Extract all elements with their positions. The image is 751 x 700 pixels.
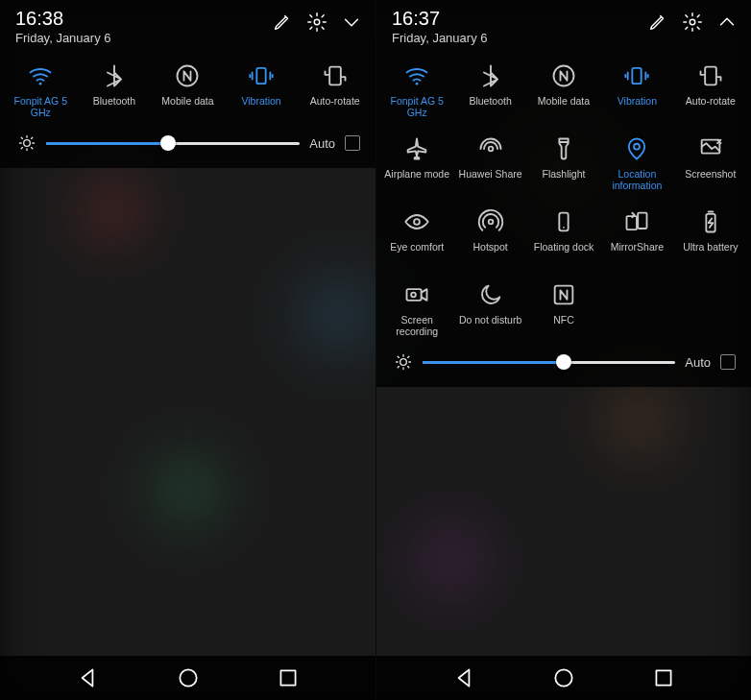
tile-label: Fonpit AG 5 GHz xyxy=(6,95,76,118)
nav-recent-button[interactable] xyxy=(651,665,676,690)
tile-airplane[interactable]: Airplane mode xyxy=(380,126,453,199)
tile-hotspot[interactable]: Hotspot xyxy=(453,199,526,272)
brightness-thumb[interactable] xyxy=(160,135,176,151)
nav-home-button[interactable] xyxy=(551,665,576,690)
tile-wifi[interactable]: Fonpit AG 5 GHz xyxy=(4,53,78,126)
tile-mobiledata[interactable]: Mobile data xyxy=(151,53,225,126)
nav-recent-button[interactable] xyxy=(276,665,301,690)
wifi-icon xyxy=(27,62,54,89)
svg-point-5 xyxy=(24,140,31,147)
tile-label: Bluetooth xyxy=(91,95,137,118)
svg-point-13 xyxy=(488,147,493,152)
mobiledata-icon xyxy=(550,62,577,89)
brightness-slider[interactable] xyxy=(46,142,300,145)
tile-ultrabattery[interactable]: Ultra battery xyxy=(674,199,747,272)
svg-rect-20 xyxy=(627,216,638,229)
tile-huaweishare[interactable]: Huawei Share xyxy=(453,126,526,199)
svg-point-8 xyxy=(690,19,695,25)
vibration-icon xyxy=(623,62,650,89)
tile-label: Mobile data xyxy=(536,95,592,118)
svg-point-6 xyxy=(180,669,196,686)
nav-home-button[interactable] xyxy=(176,665,201,690)
wifi-icon xyxy=(403,62,430,89)
navigation-bar xyxy=(0,656,376,700)
tile-label: Auto-rotate xyxy=(308,95,362,118)
tile-label: Floating dock xyxy=(532,241,595,264)
bluetooth-icon xyxy=(477,62,504,89)
mirrorshare-icon xyxy=(623,208,650,235)
settings-gear-icon[interactable] xyxy=(306,12,327,33)
shade-header: 16:38 Friday, January 6 xyxy=(4,8,372,53)
navigation-bar xyxy=(376,656,751,700)
tile-flashlight[interactable]: Flashlight xyxy=(527,126,600,199)
tile-label: Hotspot xyxy=(472,241,510,264)
quick-tiles-grid: Fonpit AG 5 GHzBluetoothMobile dataVibra… xyxy=(380,53,747,345)
autorotate-icon xyxy=(697,62,724,89)
vibration-icon xyxy=(248,62,275,89)
svg-point-1 xyxy=(39,83,42,85)
auto-brightness-label: Auto xyxy=(685,355,711,370)
svg-point-14 xyxy=(634,144,640,150)
svg-point-16 xyxy=(414,219,420,225)
huaweishare-icon xyxy=(477,135,504,162)
tile-vibration[interactable]: Vibration xyxy=(225,53,299,126)
svg-point-27 xyxy=(555,669,571,686)
airplane-icon xyxy=(403,135,430,162)
auto-brightness-checkbox[interactable] xyxy=(345,135,360,151)
tile-label: Ultra battery xyxy=(681,241,739,264)
shade-spacer xyxy=(0,168,376,656)
svg-rect-21 xyxy=(639,213,647,229)
tile-mobiledata[interactable]: Mobile data xyxy=(527,53,600,126)
edit-icon[interactable] xyxy=(272,12,293,33)
tile-screenrec[interactable]: Screen recording xyxy=(380,272,453,345)
nav-back-button[interactable] xyxy=(451,665,476,690)
ultrabattery-icon xyxy=(697,208,724,235)
brightness-thumb[interactable] xyxy=(556,354,571,370)
brightness-row: Auto xyxy=(4,126,372,162)
settings-gear-icon[interactable] xyxy=(682,12,703,33)
tile-dnd[interactable]: Do not disturb xyxy=(453,272,526,345)
tile-label: Huawei Share xyxy=(457,168,524,191)
brightness-slider[interactable] xyxy=(423,361,675,364)
tile-bluetooth[interactable]: Bluetooth xyxy=(78,53,152,126)
svg-rect-23 xyxy=(407,289,422,301)
mobiledata-icon xyxy=(174,62,201,89)
screenshot-left: 16:38 Friday, January 6 Fonpit AG 5 GHzB… xyxy=(0,0,376,700)
brightness-icon xyxy=(394,352,413,372)
collapse-chevron-up-icon[interactable] xyxy=(716,12,738,33)
tile-autorotate[interactable]: Auto-rotate xyxy=(674,53,747,126)
svg-point-9 xyxy=(416,83,419,85)
date-label: Friday, January 6 xyxy=(392,31,647,45)
svg-point-26 xyxy=(400,359,407,366)
tile-autorotate[interactable]: Auto-rotate xyxy=(298,53,372,126)
screenshot-icon xyxy=(697,135,724,162)
header-text: 16:37 Friday, January 6 xyxy=(392,8,647,45)
tile-label: Location information xyxy=(602,168,671,191)
quick-tiles-row: Fonpit AG 5 GHzBluetoothMobile dataVibra… xyxy=(4,53,372,126)
tile-label: Bluetooth xyxy=(467,95,513,118)
tile-wifi[interactable]: Fonpit AG 5 GHz xyxy=(380,53,453,126)
tile-location[interactable]: Location information xyxy=(600,126,673,199)
svg-rect-11 xyxy=(633,68,642,84)
tile-eyecomfort[interactable]: Eye comfort xyxy=(380,199,453,272)
tile-screenshot[interactable]: Screenshot xyxy=(674,126,747,199)
tile-label: Airplane mode xyxy=(382,168,451,191)
auto-brightness-checkbox[interactable] xyxy=(720,354,736,370)
tile-label: Mobile data xyxy=(159,95,215,118)
svg-rect-4 xyxy=(329,67,341,85)
tile-bluetooth[interactable]: Bluetooth xyxy=(453,53,526,126)
dnd-icon xyxy=(477,281,504,308)
tile-label: Do not disturb xyxy=(457,314,523,337)
clock-time: 16:37 xyxy=(392,8,647,29)
svg-point-19 xyxy=(563,227,565,229)
tile-label: Screenshot xyxy=(683,168,738,191)
tile-nfc[interactable]: NFC xyxy=(527,272,600,345)
tile-mirrorshare[interactable]: MirrorShare xyxy=(600,199,673,272)
hotspot-icon xyxy=(477,208,504,235)
expand-chevron-down-icon[interactable] xyxy=(341,12,362,33)
edit-icon[interactable] xyxy=(647,12,668,33)
tile-vibration[interactable]: Vibration xyxy=(600,53,673,126)
svg-rect-3 xyxy=(256,68,265,84)
nav-back-button[interactable] xyxy=(75,665,100,690)
tile-floatingdock[interactable]: Floating dock xyxy=(527,199,600,272)
